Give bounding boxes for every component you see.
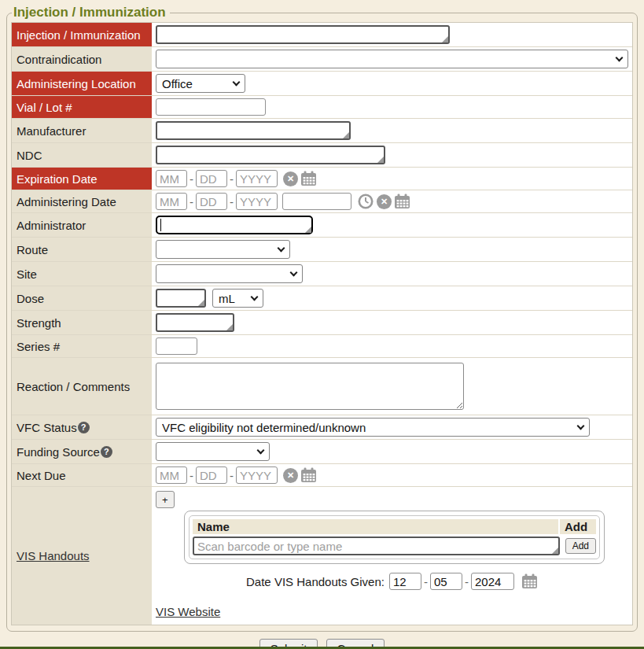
administering-day-input[interactable] bbox=[196, 193, 227, 210]
row-series: Series # bbox=[12, 335, 632, 358]
expiration-month-input[interactable] bbox=[156, 170, 187, 187]
ndc-label: NDC bbox=[12, 143, 152, 167]
vis-handouts-link[interactable]: VIS Handouts bbox=[17, 549, 90, 562]
manufacturer-label: Manufacturer bbox=[12, 119, 152, 142]
chevron-down-icon bbox=[233, 78, 241, 86]
row-expiration-date: Expiration Date - - ✕ bbox=[12, 168, 632, 190]
row-ndc: NDC bbox=[12, 143, 632, 168]
calendar-icon[interactable] bbox=[521, 573, 538, 589]
row-dose: Dose mL bbox=[12, 286, 632, 311]
administering-year-input[interactable] bbox=[236, 193, 278, 210]
clock-icon[interactable] bbox=[358, 194, 374, 209]
expiration-date-label: Expiration Date bbox=[12, 168, 152, 190]
chevron-down-icon bbox=[577, 422, 585, 430]
row-site: Site bbox=[12, 262, 632, 286]
row-strength: Strength bbox=[12, 311, 632, 335]
funding-source-select[interactable] bbox=[156, 442, 270, 461]
next-due-year-input[interactable] bbox=[236, 466, 278, 484]
ndc-input-wrap bbox=[156, 146, 385, 164]
calendar-icon[interactable] bbox=[300, 467, 317, 483]
injection-input[interactable] bbox=[157, 27, 448, 42]
resize-grip-icon bbox=[198, 300, 204, 306]
next-due-day-input[interactable] bbox=[196, 466, 227, 484]
resize-grip-icon bbox=[442, 36, 448, 42]
vial-lot-input[interactable] bbox=[156, 98, 266, 116]
help-icon[interactable]: ? bbox=[101, 446, 112, 458]
dose-input-wrap bbox=[156, 289, 206, 308]
next-due-month-input[interactable] bbox=[156, 466, 187, 484]
administering-month-input[interactable] bbox=[156, 193, 187, 210]
funding-source-label: Funding Source ? bbox=[12, 440, 152, 463]
administering-location-select[interactable]: Office bbox=[156, 74, 245, 93]
vfc-status-label: VFC Status ? bbox=[12, 415, 152, 439]
add-vis-row-button[interactable]: + bbox=[156, 491, 175, 508]
strength-input[interactable] bbox=[157, 315, 233, 330]
manufacturer-input[interactable] bbox=[157, 123, 349, 138]
route-label: Route bbox=[12, 238, 152, 261]
injection-input-wrap bbox=[156, 25, 450, 44]
calendar-icon[interactable] bbox=[394, 194, 410, 209]
form-table: Injection / Immunization Contraindicatio… bbox=[11, 22, 633, 625]
vis-scan-input-wrap bbox=[193, 537, 560, 555]
dose-input[interactable] bbox=[157, 290, 204, 306]
administering-location-label: Administering Location bbox=[12, 72, 152, 95]
expiration-year-input[interactable] bbox=[236, 170, 278, 187]
site-select[interactable] bbox=[156, 264, 303, 283]
vis-date-given-row: Date VIS Handouts Given: - - bbox=[156, 573, 628, 590]
row-administering-location: Administering Location Office bbox=[12, 72, 632, 96]
row-vis-handouts: VIS Handouts + Name Add bbox=[12, 487, 632, 625]
row-route: Route bbox=[12, 238, 632, 262]
chevron-down-icon bbox=[290, 268, 298, 276]
series-input[interactable] bbox=[156, 337, 197, 355]
vis-given-year-input[interactable] bbox=[471, 573, 514, 590]
injection-form: Injection / Immunization Injection / Imm… bbox=[6, 5, 638, 632]
text-caret bbox=[160, 219, 161, 231]
injection-label: Injection / Immunization bbox=[12, 23, 152, 46]
vis-add-header: Add bbox=[560, 519, 596, 534]
clear-date-icon[interactable]: ✕ bbox=[283, 171, 298, 186]
clear-date-icon[interactable]: ✕ bbox=[377, 194, 392, 209]
manufacturer-input-wrap bbox=[156, 121, 351, 140]
contraindication-label: Contraindication bbox=[12, 47, 152, 71]
chevron-down-icon bbox=[278, 244, 285, 252]
vfc-status-select[interactable]: VFC eligibility not determined/unknown bbox=[156, 418, 590, 437]
next-due-label: Next Due bbox=[12, 464, 152, 486]
administering-date-label: Administering Date bbox=[12, 190, 152, 212]
reaction-label: Reaction / Comments bbox=[12, 358, 152, 415]
administrator-input[interactable] bbox=[157, 217, 311, 233]
calendar-icon[interactable] bbox=[300, 171, 317, 186]
row-contraindication: Contraindication bbox=[12, 47, 632, 72]
vis-website-link[interactable]: VIS Website bbox=[156, 605, 220, 618]
resize-grip-icon bbox=[377, 157, 384, 163]
row-vfc-status: VFC Status ? VFC eligibility not determi… bbox=[12, 415, 632, 440]
reaction-comments-textarea[interactable] bbox=[156, 363, 464, 410]
ndc-input[interactable] bbox=[157, 147, 384, 163]
route-select[interactable] bbox=[156, 240, 290, 259]
vis-given-day-input[interactable] bbox=[430, 573, 462, 590]
row-injection: Injection / Immunization bbox=[12, 23, 632, 47]
vis-scan-input[interactable] bbox=[194, 538, 558, 554]
resize-grip-icon bbox=[305, 227, 311, 233]
form-title: Injection / Immunization bbox=[12, 5, 170, 20]
administering-time-input[interactable] bbox=[282, 193, 351, 210]
vis-handouts-table: Name Add Add bbox=[189, 515, 600, 559]
row-administering-date: Administering Date - - ✕ bbox=[12, 190, 632, 213]
dose-label: Dose bbox=[12, 286, 152, 310]
vis-handouts-label-cell: VIS Handouts bbox=[12, 487, 152, 625]
resize-grip-icon bbox=[226, 324, 233, 330]
resize-grip-icon bbox=[343, 132, 349, 138]
resize-grip-icon bbox=[552, 548, 558, 554]
chevron-down-icon bbox=[616, 53, 624, 61]
contraindication-select[interactable] bbox=[156, 50, 628, 68]
dose-unit-select[interactable]: mL bbox=[212, 289, 263, 308]
vis-given-month-input[interactable] bbox=[389, 573, 421, 590]
vis-add-button[interactable]: Add bbox=[565, 538, 596, 554]
expiration-day-input[interactable] bbox=[196, 170, 227, 187]
administrator-input-wrap bbox=[156, 216, 313, 234]
row-administrator: Administrator bbox=[12, 213, 632, 238]
strength-input-wrap bbox=[156, 313, 234, 332]
site-label: Site bbox=[12, 262, 152, 286]
row-funding-source: Funding Source ? bbox=[12, 440, 632, 464]
clear-date-icon[interactable]: ✕ bbox=[283, 468, 298, 483]
help-icon[interactable]: ? bbox=[78, 422, 90, 433]
